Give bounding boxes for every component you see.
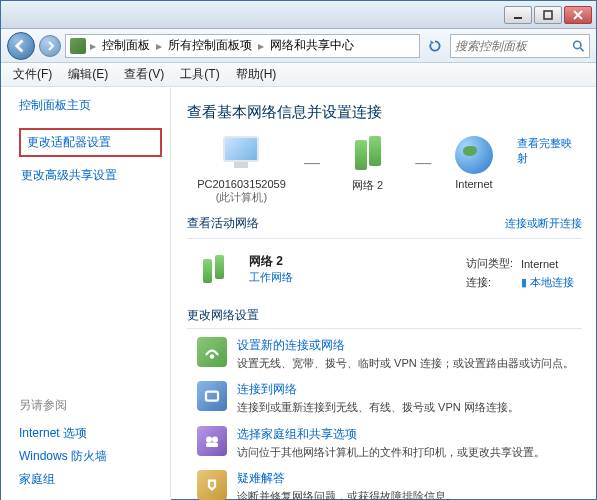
svg-rect-4 bbox=[206, 392, 218, 401]
troubleshoot-icon bbox=[197, 470, 227, 500]
task-desc: 连接到或重新连接到无线、有线、拨号或 VPN 网络连接。 bbox=[237, 401, 519, 413]
svg-rect-7 bbox=[206, 442, 218, 447]
forward-button[interactable] bbox=[39, 35, 61, 57]
breadcrumb-item[interactable]: 控制面板 bbox=[100, 37, 152, 54]
refresh-button[interactable] bbox=[424, 35, 446, 57]
svg-point-3 bbox=[210, 354, 215, 359]
globe-icon bbox=[455, 136, 493, 174]
task-new-connection: 设置新的连接或网络 设置无线、宽带、拨号、临时或 VPN 连接；或设置路由器或访… bbox=[197, 337, 582, 371]
content-body: 控制面板主页 更改适配器设置 更改高级共享设置 另请参阅 Internet 选项… bbox=[1, 87, 596, 500]
connect-disconnect-link[interactable]: 连接或断开连接 bbox=[505, 216, 582, 231]
signal-icon: ▮ bbox=[521, 276, 527, 288]
menu-edit[interactable]: 编辑(E) bbox=[60, 64, 116, 85]
network-category-link[interactable]: 工作网络 bbox=[249, 270, 450, 285]
connection-link[interactable]: 本地连接 bbox=[530, 276, 574, 288]
computer-icon bbox=[220, 136, 262, 174]
search-icon bbox=[572, 39, 585, 53]
address-bar[interactable]: ▸ 控制面板 ▸ 所有控制面板项 ▸ 网络和共享中心 bbox=[65, 34, 420, 58]
task-link[interactable]: 连接到网络 bbox=[237, 381, 519, 398]
breadcrumb-item[interactable]: 所有控制面板项 bbox=[166, 37, 254, 54]
sidebar: 控制面板主页 更改适配器设置 更改高级共享设置 另请参阅 Internet 选项… bbox=[1, 87, 171, 500]
window: ▸ 控制面板 ▸ 所有控制面板项 ▸ 网络和共享中心 文件(F) 编辑(E) 查… bbox=[0, 0, 597, 500]
minimize-button[interactable] bbox=[504, 6, 532, 24]
see-also-firewall[interactable]: Windows 防火墙 bbox=[19, 445, 162, 468]
main-panel: 查看基本网络信息并设置连接 PC201603152059 (此计算机) — 网络… bbox=[171, 87, 596, 500]
network-icon bbox=[197, 253, 235, 287]
chevron-right-icon: ▸ bbox=[156, 39, 162, 53]
access-type-value: Internet bbox=[521, 255, 580, 272]
task-desc: 访问位于其他网络计算机上的文件和打印机，或更改共享设置。 bbox=[237, 446, 545, 458]
active-network-name: 网络 2 bbox=[249, 253, 450, 270]
menu-file[interactable]: 文件(F) bbox=[5, 64, 60, 85]
pc-subtitle: (此计算机) bbox=[187, 190, 296, 205]
menu-tools[interactable]: 工具(T) bbox=[172, 64, 227, 85]
diagram-line-icon: — bbox=[304, 154, 320, 172]
see-also-heading: 另请参阅 bbox=[19, 397, 162, 414]
maximize-button[interactable] bbox=[534, 6, 562, 24]
svg-point-6 bbox=[212, 436, 218, 442]
svg-point-5 bbox=[206, 436, 212, 442]
new-connection-icon bbox=[197, 337, 227, 367]
internet-label: Internet bbox=[439, 178, 508, 190]
task-desc: 诊断并修复网络问题，或获得故障排除信息。 bbox=[237, 490, 457, 500]
page-title: 查看基本网络信息并设置连接 bbox=[187, 103, 582, 122]
diagram-pc: PC201603152059 (此计算机) bbox=[187, 136, 296, 205]
change-settings-heading: 更改网络设置 bbox=[187, 307, 582, 324]
task-link[interactable]: 选择家庭组和共享选项 bbox=[237, 426, 545, 443]
breadcrumb-item[interactable]: 网络和共享中心 bbox=[268, 37, 356, 54]
network-icon bbox=[347, 136, 389, 174]
search-input[interactable] bbox=[455, 39, 572, 53]
network-name: 网络 2 bbox=[328, 178, 407, 193]
menubar: 文件(F) 编辑(E) 查看(V) 工具(T) 帮助(H) bbox=[1, 63, 596, 87]
task-troubleshoot: 疑难解答 诊断并修复网络问题，或获得故障排除信息。 bbox=[197, 470, 582, 500]
chevron-right-icon: ▸ bbox=[90, 39, 96, 53]
sidebar-link-adapter-settings[interactable]: 更改适配器设置 bbox=[19, 128, 162, 157]
task-desc: 设置无线、宽带、拨号、临时或 VPN 连接；或设置路由器或访问点。 bbox=[237, 357, 574, 369]
network-properties: 访问类型:Internet 连接:▮ 本地连接 bbox=[464, 253, 582, 293]
connect-network-icon bbox=[197, 381, 227, 411]
task-connect-network: 连接到网络 连接到或重新连接到无线、有线、拨号或 VPN 网络连接。 bbox=[197, 381, 582, 415]
see-also-homegroup[interactable]: 家庭组 bbox=[19, 468, 162, 491]
sidebar-link-advanced-sharing[interactable]: 更改高级共享设置 bbox=[19, 163, 162, 188]
control-panel-home-link[interactable]: 控制面板主页 bbox=[19, 97, 162, 114]
close-button[interactable] bbox=[564, 6, 592, 24]
see-also-internet-options[interactable]: Internet 选项 bbox=[19, 422, 162, 445]
task-link[interactable]: 设置新的连接或网络 bbox=[237, 337, 574, 354]
nav-toolbar: ▸ 控制面板 ▸ 所有控制面板项 ▸ 网络和共享中心 bbox=[1, 29, 596, 63]
svg-rect-0 bbox=[514, 17, 522, 19]
homegroup-icon bbox=[197, 426, 227, 456]
search-box[interactable] bbox=[450, 34, 590, 58]
titlebar bbox=[1, 1, 596, 29]
task-homegroup: 选择家庭组和共享选项 访问位于其他网络计算机上的文件和打印机，或更改共享设置。 bbox=[197, 426, 582, 460]
network-diagram: PC201603152059 (此计算机) — 网络 2 — Internet … bbox=[187, 136, 582, 205]
active-network-box: 网络 2 工作网络 访问类型:Internet 连接:▮ 本地连接 bbox=[187, 247, 582, 307]
control-panel-icon bbox=[70, 38, 86, 54]
svg-rect-1 bbox=[544, 11, 552, 19]
back-button[interactable] bbox=[7, 32, 35, 60]
menu-help[interactable]: 帮助(H) bbox=[228, 64, 285, 85]
menu-view[interactable]: 查看(V) bbox=[116, 64, 172, 85]
task-link[interactable]: 疑难解答 bbox=[237, 470, 457, 487]
svg-point-2 bbox=[574, 41, 581, 48]
access-type-label: 访问类型: bbox=[466, 255, 519, 272]
diagram-line-icon: — bbox=[415, 154, 431, 172]
connection-label: 连接: bbox=[466, 274, 519, 291]
diagram-network: 网络 2 bbox=[328, 136, 407, 193]
diagram-internet: Internet bbox=[439, 136, 508, 190]
pc-name: PC201603152059 bbox=[187, 178, 296, 190]
active-networks-heading: 查看活动网络 bbox=[187, 215, 505, 232]
chevron-right-icon: ▸ bbox=[258, 39, 264, 53]
view-full-map-link[interactable]: 查看完整映射 bbox=[517, 136, 582, 166]
